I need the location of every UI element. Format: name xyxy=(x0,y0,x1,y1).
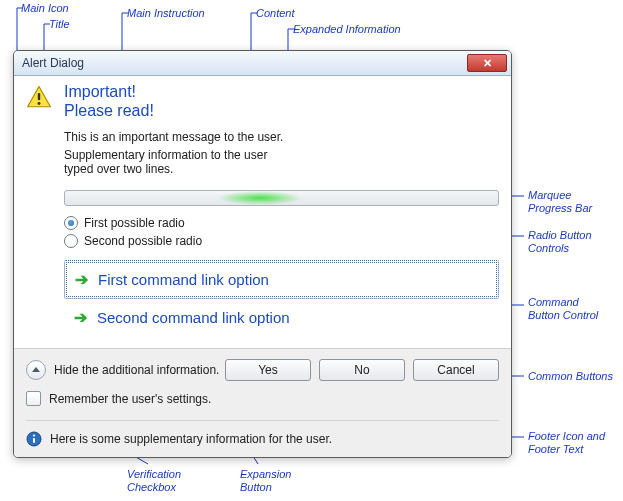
svg-rect-22 xyxy=(38,93,40,100)
annotation-footer: Footer Icon andFooter Text xyxy=(528,430,623,455)
warning-icon xyxy=(26,84,52,110)
annotation-title: Title xyxy=(49,18,70,30)
chevron-up-icon xyxy=(26,360,46,380)
main-instruction-line: Please read! xyxy=(64,101,154,120)
expansion-label: Hide the additional information. xyxy=(54,363,219,377)
footer-row: Here is some supplementary information f… xyxy=(26,420,499,447)
main-icon xyxy=(26,84,54,113)
yes-button[interactable]: Yes xyxy=(225,359,311,381)
command-links: ➔ First command link option ➔ Second com… xyxy=(64,260,499,336)
command-label: Second command link option xyxy=(97,309,290,326)
common-buttons: Yes No Cancel xyxy=(225,359,499,381)
expansion-button[interactable]: Hide the additional information. xyxy=(26,360,219,380)
radio-label: Second possible radio xyxy=(84,234,202,248)
radio-option-2[interactable]: Second possible radio xyxy=(64,232,499,250)
progress-bar xyxy=(64,190,499,206)
footer-area: Hide the additional information. Yes No … xyxy=(14,349,511,457)
annotation-main-instruction: Main Instruction xyxy=(127,7,205,19)
verification-checkbox[interactable]: Remember the user's settings. xyxy=(26,391,499,406)
expanded-text: Supplementary information to the user ty… xyxy=(64,148,499,176)
annotation-expansion: ExpansionButton xyxy=(240,468,335,493)
expanded-line: Supplementary information to the user xyxy=(64,148,499,162)
button-label: Cancel xyxy=(437,363,474,377)
close-button[interactable]: ✕ xyxy=(467,54,507,72)
annotation-verification: VerificationCheckbox xyxy=(127,468,222,493)
button-label: No xyxy=(354,363,369,377)
annotation-expanded-info: Expanded Information xyxy=(293,23,401,35)
verification-label: Remember the user's settings. xyxy=(49,392,211,406)
content-text: This is an important message to the user… xyxy=(64,130,499,144)
annotation-radios: Radio ButtonControls xyxy=(528,229,623,254)
checkbox-icon xyxy=(26,391,41,406)
client-area: Important! Please read! This is an impor… xyxy=(14,76,511,349)
main-instruction: Important! Please read! xyxy=(64,82,154,120)
arrow-right-icon: ➔ xyxy=(74,310,87,326)
command-link-2[interactable]: ➔ Second command link option xyxy=(64,299,499,336)
cancel-button[interactable]: Cancel xyxy=(413,359,499,381)
annotation-marquee: MarqueeProgress Bar xyxy=(528,189,623,214)
title-bar: Alert Dialog ✕ xyxy=(14,51,511,76)
progress-marquee xyxy=(217,191,304,205)
expanded-line: typed over two lines. xyxy=(64,162,499,176)
annotation-main-icon: Main Icon xyxy=(21,2,69,14)
svg-point-23 xyxy=(38,102,41,105)
svg-rect-25 xyxy=(33,438,35,443)
info-icon xyxy=(26,431,42,447)
svg-point-26 xyxy=(33,435,35,437)
radio-label: First possible radio xyxy=(84,216,185,230)
alert-dialog: Alert Dialog ✕ Important! Please read! T… xyxy=(13,50,512,458)
dialog-title: Alert Dialog xyxy=(22,56,84,70)
annotation-common-buttons: Common Buttons xyxy=(528,370,613,382)
button-label: Yes xyxy=(258,363,278,377)
annotation-content: Content xyxy=(256,7,295,19)
close-icon: ✕ xyxy=(483,57,492,70)
radio-option-1[interactable]: First possible radio xyxy=(64,214,499,232)
arrow-right-icon: ➔ xyxy=(75,272,88,288)
radio-icon xyxy=(64,234,78,248)
radio-icon xyxy=(64,216,78,230)
annotation-command: CommandButton Control xyxy=(528,296,623,321)
command-label: First command link option xyxy=(98,271,269,288)
main-instruction-line: Important! xyxy=(64,82,154,101)
footer-text: Here is some supplementary information f… xyxy=(50,432,332,446)
radio-group: First possible radio Second possible rad… xyxy=(64,214,499,250)
command-link-1[interactable]: ➔ First command link option xyxy=(64,260,499,299)
no-button[interactable]: No xyxy=(319,359,405,381)
